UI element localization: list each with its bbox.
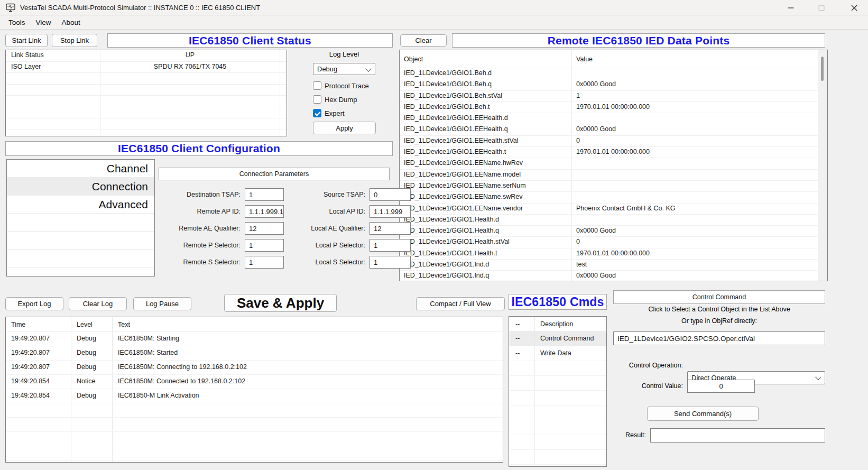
log-row[interactable]: 19:49:20.807DebugIEC61850M: Connecting t… bbox=[6, 361, 503, 375]
empty-row bbox=[6, 130, 287, 137]
datapoint-row[interactable]: IED_1LDevice1/GGIO1.Ind.dtest bbox=[400, 260, 818, 271]
datapoint-row[interactable]: IED_1LDevice1/GGIO1.EEName.model bbox=[400, 170, 818, 181]
log-pause-button[interactable]: Log Pause bbox=[133, 297, 191, 310]
datapoint-row[interactable]: IED_1LDevice1/GGIO1.Health.q0x0000 Good bbox=[400, 226, 818, 237]
menu-item-tools[interactable]: Tools bbox=[3, 17, 31, 28]
log-row[interactable]: 19:49:20.807DebugIEC61850M: Started bbox=[6, 346, 503, 361]
remote-p-selector-input[interactable]: 1 bbox=[245, 239, 284, 252]
scrollbar-thumb[interactable] bbox=[821, 57, 824, 81]
local-ae-qualifier-label: Local AE Qualifier: bbox=[288, 225, 365, 232]
datapoint-row[interactable]: IED_1LDevice1/GGIO1.Health.t1970.01.01 0… bbox=[400, 248, 818, 260]
start-link-button[interactable]: Start Link bbox=[5, 34, 48, 47]
datapoint-row[interactable]: IED_1LDevice1/GGIO1.Ind.q0x0000 Good bbox=[400, 271, 818, 281]
empty-row bbox=[6, 96, 287, 107]
datapoint-row[interactable]: IED_1LDevice1/GGIO1.EEName.vendorPhoenix… bbox=[400, 204, 818, 215]
remote-s-selector-input[interactable]: 1 bbox=[245, 256, 284, 269]
empty-row bbox=[7, 268, 154, 277]
compact-full-view-button[interactable]: Compact / Full View bbox=[416, 297, 505, 310]
log-row[interactable]: 19:49:20.807DebugIEC61850M: Starting bbox=[6, 332, 503, 346]
cmd-row-write-data[interactable]: --Write Data bbox=[509, 346, 606, 361]
checkbox-icon bbox=[313, 81, 321, 90]
menu-item-about[interactable]: About bbox=[57, 17, 86, 28]
empty-row bbox=[7, 232, 154, 250]
datapoint-row[interactable]: IED_1LDevice1/GGIO1.EEHealth.q0x0000 Goo… bbox=[400, 124, 818, 135]
log-table: Time Level Text 19:49:20.807DebugIEC6185… bbox=[5, 317, 503, 463]
empty-row bbox=[509, 420, 606, 435]
stop-link-button[interactable]: Stop Link bbox=[52, 34, 97, 47]
object-column-header: Object bbox=[400, 56, 571, 63]
checkbox-icon bbox=[313, 95, 321, 104]
result-label: Result: bbox=[612, 428, 646, 443]
value-column-header: Value bbox=[571, 50, 818, 68]
empty-row bbox=[6, 118, 287, 130]
datapoint-row[interactable]: IED_1LDevice1/GGIO1.EEName.serNum bbox=[400, 181, 818, 192]
datapoint-row[interactable]: IED_1LDevice1/GGIO1.EEHealth.stVal0 bbox=[400, 136, 818, 147]
send-command-button[interactable]: Send Command(s) bbox=[647, 407, 759, 421]
maximize-button[interactable] bbox=[809, 0, 834, 16]
remote-ae-qualifier-input[interactable]: 12 bbox=[245, 222, 284, 235]
export-log-button[interactable]: Export Log bbox=[5, 297, 63, 310]
app-window: { "window": { "title": "VestaTel SCADA M… bbox=[0, 0, 868, 470]
status-row[interactable]: ISO LayerSPDU RX 7061/TX 7045 bbox=[6, 62, 287, 73]
status-row[interactable]: Link StatusUP bbox=[6, 50, 287, 62]
log-table-body: 19:49:20.807DebugIEC61850M: Starting19:4… bbox=[6, 332, 503, 463]
remote-ap-id-label: Remote AP ID: bbox=[160, 208, 241, 215]
empty-row bbox=[6, 460, 503, 463]
datapoint-row[interactable]: IED_1LDevice1/GGIO1.EEHealth.t1970.01.01… bbox=[400, 147, 818, 158]
datapoint-row[interactable]: IED_1LDevice1/GGIO1.Beh.d bbox=[400, 68, 818, 79]
remote-ap-id-input[interactable]: 1.1.1.999.1 bbox=[245, 205, 284, 218]
remote-s-selector-label: Remote S Selector: bbox=[160, 259, 241, 266]
vertical-scrollbar[interactable] bbox=[818, 50, 827, 281]
local-p-selector-label: Local P Selector: bbox=[288, 242, 365, 249]
cmd-row-control-command[interactable]: --Control Command bbox=[509, 331, 606, 346]
local-s-selector-input[interactable]: 1 bbox=[370, 256, 411, 269]
hex-dump-checkbox[interactable]: Hex Dump bbox=[313, 93, 392, 106]
clear-datapoints-button[interactable]: Clear bbox=[400, 34, 447, 47]
datapoint-row[interactable]: IED_1LDevice1/GGIO1.Beh.q0x0000 Good bbox=[400, 79, 818, 90]
config-nav: ChannelConnectionAdvanced bbox=[6, 159, 155, 277]
local-ae-qualifier-input[interactable]: 12 bbox=[370, 222, 411, 235]
nav-item-advanced[interactable]: Advanced bbox=[7, 196, 154, 214]
menu-item-view[interactable]: View bbox=[31, 17, 57, 28]
control-value-input[interactable]: 0 bbox=[687, 380, 755, 393]
destination-tsap-input[interactable]: 1 bbox=[245, 188, 284, 201]
log-row[interactable]: 19:49:20.854DebugIEC61850-M Link Activat… bbox=[6, 389, 503, 403]
datapoint-row[interactable]: IED_1LDevice1/GGIO1.EEHealth.d bbox=[400, 113, 818, 124]
datapoint-row[interactable]: IED_1LDevice1/GGIO1.EEName.swRev bbox=[400, 192, 818, 203]
control-value-label: Control Value: bbox=[613, 380, 683, 393]
status-table-body: Link StatusUPISO LayerSPDU RX 7061/TX 70… bbox=[6, 50, 287, 136]
datapoint-row[interactable]: IED_1LDevice1/GGIO1.Health.d bbox=[400, 215, 818, 226]
save-apply-button[interactable]: Save & Apply bbox=[224, 294, 337, 312]
close-button[interactable] bbox=[842, 0, 867, 16]
control-hint-1: Click to Select a Control Object in the … bbox=[613, 306, 825, 313]
local-ap-id-input[interactable]: 1.1.1.999 bbox=[370, 205, 411, 218]
datapoint-row[interactable]: IED_1LDevice1/GGIO1.Beh.t1970.01.01 00:0… bbox=[400, 102, 818, 113]
protocol-trace-checkbox[interactable]: Protocol Trace bbox=[313, 79, 392, 93]
text-column-header: Text bbox=[112, 317, 503, 331]
local-p-selector-input[interactable]: 1 bbox=[370, 239, 411, 252]
log-level-value: Debug bbox=[317, 65, 337, 73]
log-level-select[interactable]: Debug bbox=[313, 63, 375, 75]
datapoint-row[interactable]: IED_1LDevice1/GGIO1.Beh.stVal1 bbox=[400, 91, 818, 102]
expert-checkbox[interactable]: Expert bbox=[313, 106, 392, 120]
checkbox-label: Hex Dump bbox=[325, 96, 357, 104]
nav-item-connection[interactable]: Connection bbox=[7, 178, 154, 196]
empty-row bbox=[509, 450, 606, 465]
control-command-header: Control Command bbox=[613, 290, 825, 304]
apply-button[interactable]: Apply bbox=[313, 122, 376, 134]
log-row[interactable]: 19:49:20.854NoticeIEC61850M: Connected t… bbox=[6, 375, 503, 389]
minimize-button[interactable] bbox=[778, 0, 804, 16]
result-input[interactable] bbox=[650, 428, 825, 443]
checkbox-label: Expert bbox=[325, 109, 345, 117]
empty-row bbox=[6, 418, 503, 432]
empty-row bbox=[509, 435, 606, 450]
nav-item-channel[interactable]: Channel bbox=[7, 160, 154, 178]
objref-input[interactable]: IED_1LDevice1/GGIO2.SPCSO.Oper.ctlVal bbox=[613, 331, 825, 345]
status-table: Link StatusUPISO LayerSPDU RX 7061/TX 70… bbox=[5, 50, 287, 136]
source-tsap-input[interactable]: 0 bbox=[370, 188, 411, 201]
datapoint-row[interactable]: IED_1LDevice1/GGIO1.EEName.hwRev bbox=[400, 158, 818, 169]
app-icon bbox=[6, 3, 15, 13]
datapoint-row[interactable]: IED_1LDevice1/GGIO1.Health.stVal0 bbox=[400, 237, 818, 248]
clear-log-button[interactable]: Clear Log bbox=[69, 297, 127, 310]
connection-parameters-header: Connection Parameters bbox=[159, 168, 390, 180]
